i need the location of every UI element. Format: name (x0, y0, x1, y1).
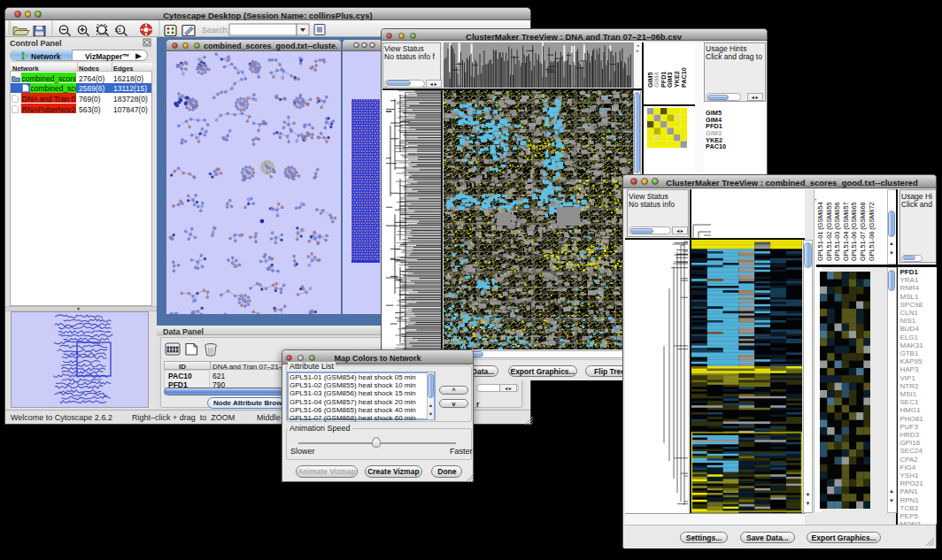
svg-text:1:1: 1:1 (114, 27, 120, 33)
svg-text:Search:: Search: (202, 25, 229, 34)
